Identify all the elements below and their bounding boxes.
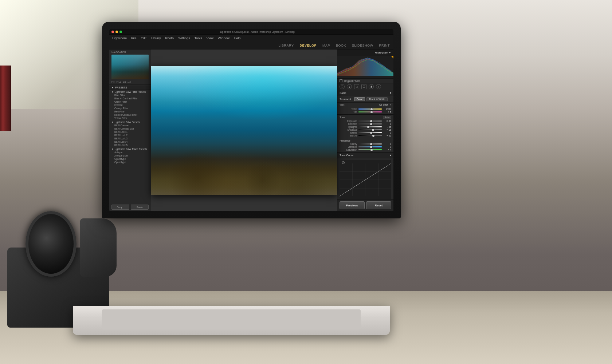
menu-window[interactable]: Window — [218, 36, 230, 40]
tone-curve-header[interactable]: Tone Curve ▾ — [337, 153, 393, 158]
shadows-thumb[interactable] — [372, 129, 374, 131]
zoom-1-2[interactable]: 1:2 — [128, 80, 131, 83]
temp-track[interactable] — [358, 108, 382, 110]
preset-cyanotype2[interactable]: Cyanotype — [109, 161, 151, 164]
reset-btn[interactable]: Reset — [366, 201, 391, 209]
preset-blue-hi-contrast[interactable]: Blue Hi-Contrast Filter — [109, 97, 151, 100]
basic-panel-header[interactable]: Basic ▾ — [337, 90, 393, 96]
highlights-thumb[interactable] — [367, 126, 369, 128]
saturation-thumb[interactable] — [370, 149, 373, 151]
menu-lightroom[interactable]: Lightroom — [112, 36, 127, 40]
preset-antique[interactable]: Antique — [109, 151, 151, 154]
previous-btn[interactable]: Previous — [340, 201, 365, 209]
menu-view[interactable]: View — [207, 36, 213, 40]
crop-tool[interactable]: ⬡ — [340, 84, 345, 89]
color-btn[interactable]: Color — [354, 97, 365, 101]
clarity-track[interactable] — [358, 143, 382, 145]
preset-group-bw-header[interactable]: ▼ Lightroom B&W Presets — [109, 120, 151, 124]
preset-orange-filter[interactable]: Orange Filter — [109, 107, 151, 110]
spot-tool[interactable]: ● — [347, 84, 352, 89]
menu-file[interactable]: File — [131, 36, 137, 40]
menu-help[interactable]: Help — [234, 36, 241, 40]
histogram-label[interactable]: Histogram ▾ — [375, 51, 391, 54]
preset-group-bw-filter-header[interactable]: ▼ Lightroom B&W Filter Presets — [109, 90, 151, 94]
tone-curve-title: Tone Curve — [340, 154, 353, 157]
module-library[interactable]: LIBRARY — [279, 44, 294, 47]
preset-green-filter[interactable]: Green Filter — [109, 100, 151, 103]
svg-marker-0 — [337, 58, 393, 76]
preset-bw-look2[interactable]: B&W Look 2 — [109, 134, 151, 137]
preset-cyanotype[interactable]: Cyanotype — [109, 157, 151, 161]
whites-thumb[interactable] — [370, 132, 372, 134]
maximize-button[interactable] — [119, 31, 122, 33]
preset-group-bw-toned-header[interactable]: ▼ Lightroom B&W Toned Presets — [109, 147, 151, 151]
whites-track[interactable] — [358, 132, 382, 133]
blacks-value: + 25 — [383, 134, 391, 137]
menu-settings[interactable]: Settings — [178, 36, 190, 40]
window-title: Lightroom 5 Catalog.lrcat - Adobe Photos… — [123, 31, 391, 33]
camera-lens — [26, 211, 76, 277]
saturation-track[interactable] — [358, 149, 382, 150]
module-map[interactable]: MAP — [322, 44, 330, 47]
vibrance-slider-row: Vibrance 0 — [340, 146, 391, 148]
exposure-track[interactable] — [358, 120, 382, 122]
preset-yellow-filter[interactable]: Yellow Filter — [109, 116, 151, 120]
menu-photo[interactable]: Photo — [165, 36, 174, 40]
blacks-track[interactable] — [358, 135, 382, 136]
svg-marker-1 — [391, 56, 393, 59]
original-photo-checkbox[interactable] — [340, 79, 342, 82]
preset-antique-light[interactable]: Antique Light — [109, 154, 151, 157]
preset-bw-look5[interactable]: B&W Look 5 — [109, 143, 151, 147]
preset-red-filter[interactable]: Red Filter — [109, 110, 151, 113]
vibrance-track[interactable] — [358, 146, 382, 147]
presets-header[interactable]: ▼ Presets — [109, 86, 151, 90]
preset-bw-look4[interactable]: B&W Look 4 — [109, 140, 151, 143]
clarity-thumb[interactable] — [370, 143, 372, 145]
wb-chevron[interactable]: ▾ — [390, 103, 391, 106]
menu-library[interactable]: Library — [151, 36, 161, 40]
preset-group-bw: ▼ Lightroom B&W Presets B&W Contract B&W… — [109, 120, 151, 147]
contrast-slider-row: Contrast 0 — [340, 123, 391, 125]
menu-tools[interactable]: Tools — [195, 36, 202, 40]
tint-thumb[interactable] — [370, 111, 373, 113]
module-develop[interactable]: DEVELOP — [299, 44, 317, 47]
vibrance-thumb[interactable] — [370, 146, 372, 148]
zoom-fit[interactable]: FIT — [111, 80, 115, 83]
preset-infrared[interactable]: Infrared — [109, 103, 151, 107]
redeye-tool[interactable]: □ — [354, 84, 359, 89]
preset-red-hi-contrast[interactable]: Red Hi-Contrast Filter — [109, 113, 151, 116]
lightroom-ui: Lightroom 5 Catalog.lrcat - Adobe Photos… — [109, 29, 393, 211]
module-print[interactable]: PRINT — [379, 44, 390, 47]
minimize-button[interactable] — [115, 31, 118, 33]
exposure-thumb[interactable] — [370, 120, 372, 122]
brush-tool[interactable]: ◫ — [361, 84, 366, 89]
temp-thumb[interactable] — [370, 108, 373, 110]
preset-bw-contract[interactable]: B&W Contract — [109, 124, 151, 127]
contrast-thumb[interactable] — [370, 123, 372, 125]
module-slideshow[interactable]: SLIDESHOW — [352, 44, 373, 47]
preset-bw-contrast-lite[interactable]: B&W Contrast Lite — [109, 127, 151, 130]
bw-btn[interactable]: Black & White — [366, 97, 388, 101]
paste-btn[interactable]: Paste — [131, 205, 149, 210]
highlights-track[interactable] — [358, 126, 382, 127]
lr-center-area — [151, 50, 337, 211]
laptop-base — [73, 306, 390, 335]
preset-blue-filter[interactable]: Blue Filter — [109, 94, 151, 97]
copy-btn[interactable]: Copy... — [111, 205, 129, 210]
grad-tool[interactable]: ◑ — [369, 84, 374, 89]
preset-group-bw-label: Lightroom B&W Presets — [114, 121, 140, 123]
preset-bw-look1[interactable]: B&W Look 1 — [109, 130, 151, 134]
zoom-1-1[interactable]: 1:1 — [123, 80, 126, 83]
menu-edit[interactable]: Edit — [141, 36, 147, 40]
close-button[interactable] — [111, 31, 114, 33]
zoom-fill[interactable]: FILL — [117, 80, 121, 83]
tone-curve-graph[interactable] — [340, 160, 391, 199]
contrast-track[interactable] — [358, 123, 382, 124]
module-book[interactable]: BOOK — [336, 44, 346, 47]
blacks-thumb[interactable] — [372, 135, 374, 137]
radial-tool[interactable]: ○ — [376, 84, 381, 89]
shadows-track[interactable] — [358, 129, 382, 130]
tint-track[interactable] — [358, 111, 382, 112]
preset-bw-look3[interactable]: B&W Look 3 — [109, 137, 151, 140]
auto-btn[interactable]: Auto — [383, 116, 391, 119]
